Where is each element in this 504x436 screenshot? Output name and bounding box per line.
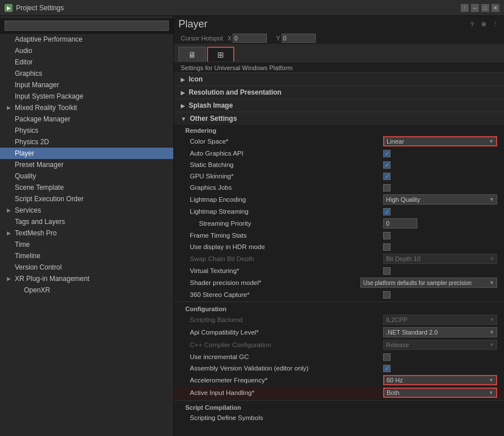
stereo-capture-checkbox[interactable] [383, 291, 391, 299]
app-icon: ▶ [5, 4, 13, 12]
gpu-skinning-label: GPU Skinning* [185, 173, 383, 180]
virtual-texturing-checkbox[interactable] [383, 267, 391, 275]
splash-section-title: Splash Image [189, 101, 233, 109]
sidebar-item-time[interactable]: Time [0, 239, 173, 250]
setting-row-shader-precision: Shader precision model* Use platform def… [174, 276, 504, 289]
cpp-compiler-dropdown[interactable]: Release ▼ [383, 340, 497, 350]
maximize-btn[interactable]: □ [481, 4, 489, 12]
static-batching-checkbox[interactable] [383, 161, 391, 169]
lightmap-encoding-arrow: ▼ [489, 197, 494, 202]
cursor-x-input[interactable] [233, 34, 267, 43]
sidebar-item-mixed-reality-toolkit[interactable]: ▶ Mixed Reality Toolkit [0, 102, 173, 113]
assembly-validation-checkbox[interactable] [383, 365, 391, 372]
swap-chain-dropdown[interactable]: Bit Depth 10 ▼ [383, 254, 497, 264]
tab-windows[interactable]: ⊞ [207, 47, 234, 62]
active-input-value: Both ▼ [383, 388, 497, 398]
sidebar-item-services[interactable]: ▶ Services [0, 205, 173, 216]
cursor-y-label: Y [276, 35, 280, 42]
api-compat-value: .NET Standard 2.0 ▼ [383, 327, 497, 337]
scripting-backend-value: IL2CPP ▼ [383, 315, 497, 325]
sidebar-item-input-manager[interactable]: Input Manager [0, 79, 173, 91]
color-space-dropdown[interactable]: Linear ▼ [383, 136, 497, 146]
accelerometer-dropdown[interactable]: 60 Hz ▼ [383, 375, 497, 385]
accelerometer-value: 60 Hz ▼ [383, 375, 497, 385]
hdr-mode-label: Use display in HDR mode [185, 243, 383, 250]
accelerometer-selected: 60 Hz [387, 377, 403, 384]
cpp-compiler-selected: Release [386, 341, 409, 348]
sidebar-item-timeline[interactable]: Timeline [0, 250, 173, 262]
sidebar-item-editor[interactable]: Editor [0, 56, 173, 68]
setting-row-active-input: Active Input Handling* Both ▼ [174, 386, 504, 399]
sidebar-item-physics-2d[interactable]: Physics 2D [0, 136, 173, 148]
main-layout: Adaptive Performance Audio Editor Graphi… [0, 16, 504, 436]
close-btn[interactable]: ✕ [491, 4, 499, 12]
swap-chain-arrow: ▼ [489, 256, 494, 262]
lock-icon[interactable]: ⊕ [479, 20, 488, 29]
settings-icon[interactable]: ⋮ [490, 20, 499, 29]
splash-section-arrow: ▶ [181, 103, 185, 109]
scripting-backend-dropdown[interactable]: IL2CPP ▼ [383, 315, 497, 325]
sidebar-item-xr-plugin-management[interactable]: ▶ XR Plug-in Management [0, 273, 173, 284]
minimize-btn[interactable]: ─ [471, 4, 479, 12]
streaming-priority-value [383, 218, 497, 229]
sidebar-item-player[interactable]: Player [0, 148, 173, 159]
search-input[interactable] [5, 21, 169, 31]
sidebar: Adaptive Performance Audio Editor Graphi… [0, 16, 174, 436]
section-resolution-header[interactable]: ▶ Resolution and Presentation [174, 85, 504, 99]
setting-row-cpp-compiler: C++ Compiler Configuration Release ▼ [174, 339, 504, 351]
cpp-compiler-arrow: ▼ [489, 342, 494, 348]
lightmap-encoding-dropdown[interactable]: High Quality ▼ [383, 194, 497, 205]
sidebar-item-openxr[interactable]: OpenXR [0, 284, 173, 296]
static-batching-value [383, 161, 497, 169]
setting-row-color-space: Color Space* Linear ▼ [174, 135, 504, 148]
lightmap-streaming-checkbox[interactable] [383, 208, 391, 215]
sidebar-item-input-system-package[interactable]: Input System Package [0, 91, 173, 102]
help-icon[interactable]: ? [468, 20, 477, 29]
lightmap-encoding-value: High Quality ▼ [383, 194, 497, 205]
active-input-arrow: ▼ [489, 390, 494, 396]
frame-timing-checkbox[interactable] [383, 232, 391, 239]
setting-row-lightmap-streaming: Lightmap Streaming [174, 206, 504, 217]
title-bar-text: Project Settings [16, 4, 64, 12]
hdr-mode-checkbox[interactable] [383, 243, 391, 251]
sidebar-item-quality[interactable]: Quality [0, 170, 173, 182]
menu-btn[interactable]: ⋮ [461, 4, 469, 12]
section-other-header[interactable]: ▼ Other Settings [174, 112, 504, 125]
graphics-jobs-checkbox[interactable] [383, 184, 391, 191]
sidebar-item-preset-manager[interactable]: Preset Manager [0, 159, 173, 170]
streaming-priority-input[interactable] [383, 218, 417, 229]
shader-precision-dropdown[interactable]: Use platform defaults for sampler precis… [360, 278, 497, 288]
sidebar-item-package-manager[interactable]: Package Manager [0, 113, 173, 125]
sidebar-item-scene-template[interactable]: Scene Template [0, 182, 173, 193]
setting-row-scripting-define: Scripting Define Symbols [174, 412, 504, 423]
section-splash-header[interactable]: ▶ Splash Image [174, 99, 504, 112]
tab-bar: 🖥 ⊞ [174, 44, 504, 62]
auto-graphics-checkbox[interactable] [383, 150, 391, 157]
section-icon-header[interactable]: ▶ Icon [174, 72, 504, 85]
sidebar-item-textmesh-pro[interactable]: ▶ TextMesh Pro [0, 227, 173, 239]
auto-graphics-value [383, 150, 497, 157]
active-input-dropdown[interactable]: Both ▼ [383, 388, 497, 398]
tab-monitor[interactable]: 🖥 [178, 47, 206, 62]
cursor-hotspot-row: Cursor Hotspot X Y [174, 32, 504, 44]
accelerometer-label: Accelerometer Frequency* [185, 377, 383, 384]
content-area[interactable]: ▶ Icon ▶ Resolution and Presentation ▶ S… [174, 72, 504, 436]
hdr-mode-value [383, 243, 497, 251]
sidebar-item-script-execution-order[interactable]: Script Execution Order [0, 193, 173, 205]
sidebar-item-graphics[interactable]: Graphics [0, 68, 173, 79]
incremental-gc-checkbox[interactable] [383, 353, 391, 361]
sidebar-item-physics[interactable]: Physics [0, 125, 173, 136]
other-section-title: Other Settings [190, 115, 237, 123]
assembly-validation-value [383, 365, 497, 372]
cursor-y-input[interactable] [282, 34, 316, 43]
sidebar-item-version-control[interactable]: Version Control [0, 262, 173, 273]
resolution-section-title: Resolution and Presentation [189, 88, 282, 96]
sidebar-item-adaptive-performance[interactable]: Adaptive Performance [0, 34, 173, 45]
sidebar-item-audio[interactable]: Audio [0, 45, 173, 56]
icon-section-title: Icon [189, 75, 203, 83]
api-compat-dropdown[interactable]: .NET Standard 2.0 ▼ [383, 327, 497, 337]
gpu-skinning-checkbox[interactable] [383, 173, 391, 180]
scripting-backend-selected: IL2CPP [386, 316, 408, 323]
panel-top-icons: ? ⊕ ⋮ [468, 20, 499, 29]
sidebar-item-tags-and-layers[interactable]: Tags and Layers [0, 216, 173, 227]
